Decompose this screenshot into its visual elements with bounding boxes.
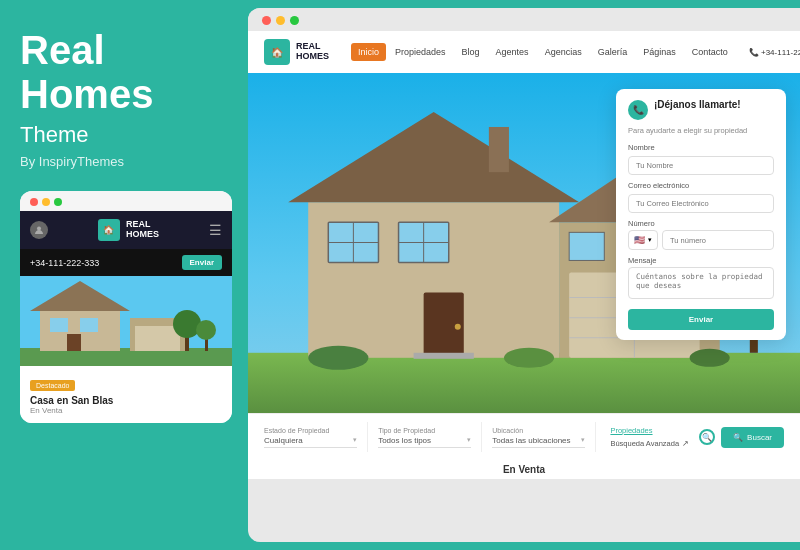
flag-icon: 🇺🇸: [634, 235, 645, 245]
tipo-select[interactable]: Todos los tipos ▾: [378, 436, 471, 448]
nav-link-contacto[interactable]: Contacto: [685, 43, 735, 61]
site-search-bar: Estado de Propiedad Cualquiera ▾ Tipo de…: [248, 413, 800, 460]
search-icon: 🔍: [733, 433, 743, 442]
mobile-card-bottom: Destacado Casa en San Blas En Venta: [20, 366, 232, 423]
estado-label: Estado de Propiedad: [264, 427, 357, 434]
right-panel: 🏠 REALHOMES Inicio Propiedades Blog Agen…: [248, 8, 800, 542]
numero-label: Número: [628, 219, 774, 228]
mobile-property-status: En Venta: [30, 406, 222, 415]
mobile-property-name: Casa en San Blas: [30, 395, 222, 406]
browser-dot-yellow: [276, 16, 285, 25]
nav-link-inicio[interactable]: Inicio: [351, 43, 386, 61]
svg-rect-35: [414, 353, 474, 359]
call-icon: 📞: [628, 100, 648, 120]
phone-row: 🇺🇸 ▾: [628, 230, 774, 250]
busqueda-arrow-icon: ↗: [682, 439, 689, 448]
svg-rect-9: [67, 334, 81, 351]
brand-by: By InspiryThemes: [20, 154, 228, 169]
brand-title: Real Homes: [20, 28, 228, 116]
flag-select[interactable]: 🇺🇸 ▾: [628, 230, 658, 250]
browser-dot-green: [290, 16, 299, 25]
nombre-label: Nombre: [628, 143, 774, 152]
mobile-phone-number: +34-111-222-333: [30, 258, 99, 268]
svg-rect-19: [489, 127, 509, 172]
svg-point-0: [37, 227, 41, 231]
estado-chevron-icon: ▾: [353, 436, 357, 444]
dot-green: [54, 198, 62, 206]
svg-point-39: [690, 349, 730, 367]
mobile-card-dots: [20, 191, 232, 211]
dot-red: [30, 198, 38, 206]
nav-link-paginas[interactable]: Páginas: [636, 43, 683, 61]
mobile-phone-bar: +34-111-222-333 Enviar: [20, 249, 232, 276]
mobile-preview-card: 🏠 REAL HOMES ☰ +34-111-222-333 Enviar: [20, 191, 232, 423]
call-form: 📞 ¡Déjanos llamarte! Para ayudarte a ele…: [616, 89, 786, 340]
ubicacion-select[interactable]: Todas las ubicaciones ▾: [492, 436, 585, 448]
search-icon-circle[interactable]: 🔍: [699, 429, 715, 445]
mensaje-textarea[interactable]: [628, 267, 774, 299]
nav-link-agentes[interactable]: Agentes: [489, 43, 536, 61]
nav-link-propiedades[interactable]: Propiedades: [388, 43, 453, 61]
mobile-hamburger-icon[interactable]: ☰: [209, 222, 222, 238]
site-nav-right: 📞 +34-111-222-333 Enviar: [749, 43, 800, 61]
call-form-subtitle: Para ayudarte a elegir su propiedad: [628, 126, 774, 135]
flag-chevron: ▾: [648, 236, 652, 244]
phone-input[interactable]: [662, 230, 774, 250]
brand-subtitle: Theme: [20, 122, 228, 148]
buscar-button[interactable]: 🔍 Buscar: [721, 427, 784, 448]
mobile-enviar-button[interactable]: Enviar: [182, 255, 222, 270]
nombre-input[interactable]: [628, 156, 774, 175]
en-venta-text: En Venta: [503, 464, 545, 475]
svg-rect-36: [569, 232, 604, 260]
site-nav: 🏠 REALHOMES Inicio Propiedades Blog Agen…: [248, 31, 800, 73]
nav-link-galeria[interactable]: Galería: [591, 43, 635, 61]
mobile-logo-text: REAL HOMES: [126, 220, 159, 240]
svg-rect-6: [135, 326, 180, 351]
nav-link-agencias[interactable]: Agencias: [538, 43, 589, 61]
tipo-chevron-icon: ▾: [467, 436, 471, 444]
call-form-title: ¡Déjanos llamarte!: [654, 99, 741, 111]
ubicacion-label: Ubicación: [492, 427, 585, 434]
email-input[interactable]: [628, 194, 774, 213]
busqueda-avanzada[interactable]: Búsqueda Avanzada ↗: [610, 439, 689, 448]
mobile-logo: 🏠 REAL HOMES: [98, 219, 159, 241]
dot-yellow: [42, 198, 50, 206]
search-divider-1: [367, 422, 368, 452]
svg-rect-7: [50, 318, 68, 332]
left-panel: Real Homes Theme By InspiryThemes 🏠 REAL…: [0, 0, 248, 550]
tipo-field: Tipo de Propiedad Todos los tipos ▾: [378, 427, 471, 448]
nav-link-blog[interactable]: Blog: [455, 43, 487, 61]
ubicacion-chevron-icon: ▾: [581, 436, 585, 444]
estado-select[interactable]: Cualquiera ▾: [264, 436, 357, 448]
mensaje-label: Mensaje: [628, 256, 774, 265]
site-nav-links: Inicio Propiedades Blog Agentes Agencias…: [351, 43, 735, 61]
form-submit-button[interactable]: Enviar: [628, 309, 774, 330]
svg-point-38: [504, 348, 554, 368]
site-hero: 📞 ¡Déjanos llamarte! Para ayudarte a ele…: [248, 73, 800, 413]
call-form-header: 📞 ¡Déjanos llamarte!: [628, 99, 774, 120]
estado-field: Estado de Propiedad Cualquiera ▾: [264, 427, 357, 448]
svg-point-34: [455, 324, 461, 330]
email-label: Correo electrónico: [628, 181, 774, 190]
nav-phone: 📞 +34-111-222-333: [749, 48, 800, 57]
search-divider-3: [595, 422, 596, 452]
site-logo: 🏠 REALHOMES: [264, 39, 329, 65]
search-divider-2: [481, 422, 482, 452]
svg-rect-8: [80, 318, 98, 332]
site-logo-text: REALHOMES: [296, 42, 329, 62]
svg-point-13: [196, 320, 216, 340]
browser-content: 🏠 REALHOMES Inicio Propiedades Blog Agen…: [248, 31, 800, 542]
mobile-house-image: [20, 276, 232, 366]
browser-titlebar: [248, 8, 800, 31]
mobile-avatar: [30, 221, 48, 239]
mobile-logo-icon: 🏠: [98, 219, 120, 241]
mobile-navbar: 🏠 REAL HOMES ☰: [20, 211, 232, 249]
tipo-label: Tipo de Propiedad: [378, 427, 471, 434]
svg-point-37: [308, 346, 368, 370]
site-footer-preview: En Venta: [248, 460, 800, 479]
site-logo-icon: 🏠: [264, 39, 290, 65]
browser-dot-red: [262, 16, 271, 25]
mobile-destacado-badge: Destacado: [30, 380, 75, 391]
propiedades-link[interactable]: Propiedades: [610, 426, 689, 435]
ubicacion-field: Ubicación Todas las ubicaciones ▾: [492, 427, 585, 448]
